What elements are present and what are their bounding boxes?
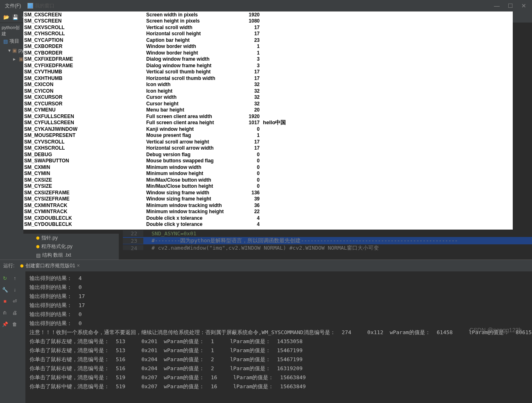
tree-file[interactable]: ⬢ 程序格式化.py [16, 242, 119, 251]
run-output[interactable]: 输出得到的结果： 4输出得到的结果： 0输出得到的结果： 17输出得到的结果： … [25, 271, 532, 403]
wrap-button[interactable]: ⏎ [10, 297, 20, 306]
layout-button[interactable]: ⫙ [0, 308, 10, 317]
metric-name: SM_CXMINTRACK [23, 203, 146, 208]
output-line: 你单击了鼠标中键，消息编号是： 519 0x207 wParam的值是： 16 … [29, 373, 528, 382]
run-tab[interactable]: ⬢ 创建窗口程序规范版01 × [18, 262, 82, 269]
metrics-row: SM_CYKANJIWINDOWKanji window height0 [23, 126, 513, 132]
code-editor[interactable]: 22 SND_ASYNC=0x01 23 #--------因为python是解… [123, 230, 532, 250]
metric-name: SM_CYFULLSCREEN [23, 120, 146, 125]
up-button[interactable]: ↑ [10, 274, 20, 283]
metric-desc: Minimum window width [146, 164, 234, 170]
metric-name: SM_CXICON [23, 82, 146, 87]
metric-desc: Double click x tolerance [146, 215, 234, 221]
metric-value: 1920 [234, 114, 263, 119]
tree-file[interactable]: ⬢ 指针.py [16, 234, 119, 242]
output-line: 你单击了鼠标右键，消息编号是： 516 0x204 wParam的值是： 2 l… [29, 355, 528, 364]
metric-value: 3 [234, 56, 263, 62]
metric-name: SM_CXSIZEFRAME [23, 190, 146, 196]
metric-desc: Dialog window frame width [146, 56, 234, 62]
metric-value: 0 [234, 177, 263, 183]
tree-root-label: py [18, 48, 23, 53]
run-label: 运行: [3, 262, 14, 269]
metric-name: SM_CXBORDER [23, 43, 146, 49]
metric-desc: Screen width in pixels [146, 12, 234, 18]
metric-value: 1 [234, 50, 263, 56]
metric-desc: Cursor height [146, 101, 234, 107]
metric-value: 17 [234, 69, 263, 75]
file-tree: ▾ ▣ py ▸ ▣ [0, 46, 23, 247]
project-panel-header[interactable]: ▤ 项目 [0, 36, 23, 46]
stop-button[interactable]: ■ [0, 297, 10, 306]
close-tab-icon[interactable]: × [77, 263, 80, 269]
metrics-row: SM_CXFIXEDFRAMEDialog window frame width… [23, 56, 513, 63]
trash-button[interactable]: 🗑 [10, 320, 20, 329]
run-panel-header: 运行: ⬢ 创建窗口程序规范版01 × [0, 260, 532, 271]
metric-name: SM_CXFULLSCREEN [23, 114, 146, 119]
minimize-icon[interactable]: — [494, 2, 500, 9]
metric-desc: Minimum window height [146, 171, 234, 176]
metric-name: SM_CYFIXEDFRAME [23, 63, 146, 68]
metric-value: 17 [234, 139, 263, 145]
metrics-row: SM_CXSIZEFRAMEWindow sizing frame width1… [23, 189, 513, 196]
metric-name: SM_CYICON [23, 88, 146, 94]
metric-name: SM_CXCURSOR [23, 94, 146, 100]
metric-name: SM_CYBORDER [23, 50, 146, 56]
python-icon: ⬢ [20, 264, 24, 268]
metric-desc: Kanji window height [146, 126, 234, 132]
metrics-row: SM_CYSCREENScreen height in pixels1080 [23, 18, 513, 25]
code-line: SND_ASYNC=0x01 [143, 230, 197, 237]
output-line: 你单击了鼠标左键，消息编号是： 513 0x201 wParam的值是： 1 l… [29, 346, 528, 355]
metric-name: SM_DEBUG [23, 152, 146, 157]
metric-value: 1017 [234, 120, 263, 125]
metric-desc: Menu bar height [146, 107, 234, 113]
metric-name: SM_CYHSCROLL [23, 31, 146, 36]
project-icon: ▤ [3, 39, 8, 44]
metric-desc: Horizontal scroll thumb width [146, 75, 234, 81]
metric-name: SM_CYVTHUMB [23, 69, 146, 75]
metric-value: 1920 [234, 12, 263, 18]
metric-name: SM_CXSIZE [23, 177, 146, 183]
metric-desc: Icon width [146, 82, 234, 87]
close-icon[interactable]: ✕ [521, 2, 526, 9]
metrics-row: SM_MOUSEPRESENTMouse present flag1 [23, 132, 513, 139]
metric-desc: Minimum window tracking height [146, 209, 234, 214]
maximize-icon[interactable]: ☐ [508, 2, 513, 9]
metrics-row: SM_CYMINMinimum window height0 [23, 171, 513, 177]
metric-value: 22 [234, 209, 263, 214]
metric-name: SM_CXHTHUMB [23, 75, 146, 81]
metric-value: 4 [234, 215, 263, 221]
line-number: 22 [123, 230, 143, 237]
tree-file[interactable]: ▤ 结构 数组 .txt [16, 251, 119, 260]
print-button[interactable]: 🖨 [10, 308, 20, 317]
metric-desc: Full screen client area width [146, 114, 234, 119]
tree-folder[interactable]: ▸ ▣ [0, 55, 23, 63]
metric-name: SM_CXDOUBLECLK [23, 215, 146, 221]
folder-icon: ▣ [19, 56, 23, 62]
wrench-button[interactable]: 🔧 [0, 285, 10, 294]
metrics-row: SM_CYHSCROLLHorizontal scroll height17 [23, 31, 513, 37]
metric-value: 32 [234, 82, 263, 87]
project-label: 项目 [9, 38, 19, 45]
open-icon[interactable]: 📂 [2, 14, 10, 21]
down-button[interactable]: ↓ [10, 285, 20, 294]
metric-name: SM_CYMENU [23, 107, 146, 113]
menu-file[interactable]: 文件(F) [2, 2, 24, 9]
metric-desc: Vertical scroll arrow height [146, 139, 234, 145]
metric-desc: Vertical scroll width [146, 25, 234, 30]
metric-name: SM_CXFIXEDFRAME [23, 56, 146, 62]
metric-desc: Window sizing frame height [146, 196, 234, 202]
metric-value: 0 [234, 164, 263, 170]
metric-name: SM_CYSIZE [23, 183, 146, 189]
metric-desc: Minimum window tracking width [146, 203, 234, 208]
metric-name: SM_SWAPBUTTON [23, 158, 146, 164]
metric-name: SM_CYCAPTION [23, 37, 146, 43]
metric-desc: Screen height in pixels [146, 18, 234, 24]
rerun-button[interactable]: ↻ [0, 274, 10, 283]
pin-button[interactable]: 📌 [0, 320, 10, 329]
tree-root[interactable]: ▾ ▣ py [0, 46, 23, 55]
save-icon[interactable]: 💾 [11, 14, 19, 21]
output-line: 注意！！！收到一个系统命令，通常不要返回，继续让消息传给系统处理：否则属于屏蔽系… [29, 328, 528, 337]
app-icon [27, 3, 33, 9]
metric-desc: Icon height [146, 88, 234, 94]
line-number: 24 [123, 245, 143, 250]
